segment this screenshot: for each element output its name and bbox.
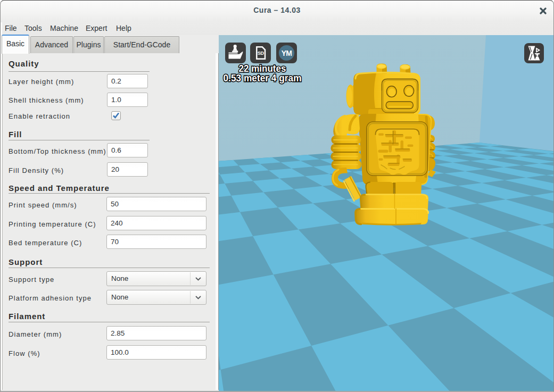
- svg-text:0.53 meter 4 gram: 0.53 meter 4 gram: [224, 73, 302, 84]
